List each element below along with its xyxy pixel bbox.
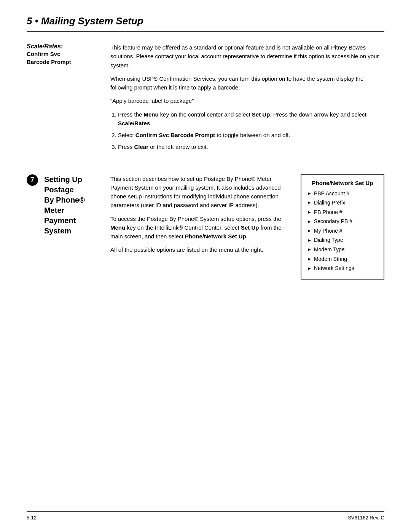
- phone-section: 7 Setting Up Postage By Phone® Meter Pay…: [27, 174, 384, 280]
- phone-para3: All of the possible options are listed o…: [110, 245, 293, 254]
- scale-para2: When using USPS Confirmation Services, y…: [110, 74, 384, 92]
- arrow-icon: ►: [307, 200, 312, 206]
- list-item: ►Dialing Prefix: [307, 199, 378, 207]
- list-item: ►PB Phone #: [307, 209, 378, 216]
- scale-step1: Press the Menu key on the control center…: [118, 110, 384, 128]
- page-header: 5 • Mailing System Setup: [27, 15, 384, 32]
- list-item: ►PBP Account #: [307, 190, 378, 198]
- phone-para2: To access the Postage By Phone® System s…: [110, 214, 293, 241]
- arrow-icon: ►: [307, 219, 312, 225]
- scale-steps: Press the Menu key on the control center…: [118, 110, 384, 152]
- phone-network-list: ►PBP Account # ►Dialing Prefix ►PB Phone…: [307, 190, 378, 272]
- header-divider: [27, 31, 384, 32]
- arrow-icon: ►: [307, 228, 312, 234]
- scale-step3: Press Clear or the left arrow to exit.: [118, 142, 384, 151]
- scale-para1: This feature may be offered as a standar…: [110, 43, 384, 70]
- list-item: ►Dialing Type: [307, 236, 378, 244]
- scale-rates-left: Scale/Rates: Confirm Svc Barcode Prompt: [27, 43, 99, 155]
- scale-rates-section: Scale/Rates: Confirm Svc Barcode Prompt …: [27, 43, 384, 155]
- list-item: ►Modem Type: [307, 246, 378, 254]
- scale-rates-right: This feature may be offered as a standar…: [110, 43, 384, 155]
- phone-section-title: Setting Up Postage By Phone® Meter Payme…: [44, 174, 85, 236]
- footer-doc-reference: SV61162 Rev. C: [348, 515, 384, 521]
- arrow-icon: ►: [307, 265, 312, 272]
- list-item: ►My Phone #: [307, 227, 378, 235]
- phone-section-left: 7 Setting Up Postage By Phone® Meter Pay…: [27, 174, 99, 280]
- page-footer: 5-12 SV61162 Rev. C: [27, 511, 384, 521]
- footer-page-number: 5-12: [27, 515, 37, 521]
- phone-title-wrapper: 7 Setting Up Postage By Phone® Meter Pay…: [27, 174, 99, 236]
- arrow-icon: ►: [307, 209, 312, 216]
- section-number-badge: 7: [27, 174, 38, 186]
- list-item: ►Secondary PB #: [307, 218, 378, 225]
- scale-rates-subtitle: Confirm Svc Barcode Prompt: [27, 50, 99, 66]
- phone-main-text: This section describes how to set up Pos…: [110, 174, 293, 280]
- arrow-icon: ►: [307, 256, 312, 262]
- scale-quote: “Apply barcode label to package”: [110, 96, 384, 105]
- phone-network-box-title: Phone/Network Set Up: [307, 180, 378, 186]
- list-item: ►Modem String: [307, 256, 378, 263]
- page-title: 5 • Mailing System Setup: [27, 15, 384, 27]
- scale-step2: Select Confirm Svc Barcode Prompt to tog…: [118, 131, 384, 139]
- phone-network-box: Phone/Network Set Up ►PBP Account # ►Dia…: [301, 174, 384, 280]
- phone-para1: This section describes how to set up Pos…: [110, 174, 293, 210]
- scale-rates-title: Scale/Rates:: [27, 43, 99, 50]
- list-item: ►Network Settings: [307, 265, 378, 272]
- phone-section-content: This section describes how to set up Pos…: [110, 174, 384, 280]
- arrow-icon: ►: [307, 237, 312, 244]
- arrow-icon: ►: [307, 190, 312, 197]
- arrow-icon: ►: [307, 246, 312, 253]
- page-container: 5 • Mailing System Setup Scale/Rates: Co…: [0, 0, 411, 532]
